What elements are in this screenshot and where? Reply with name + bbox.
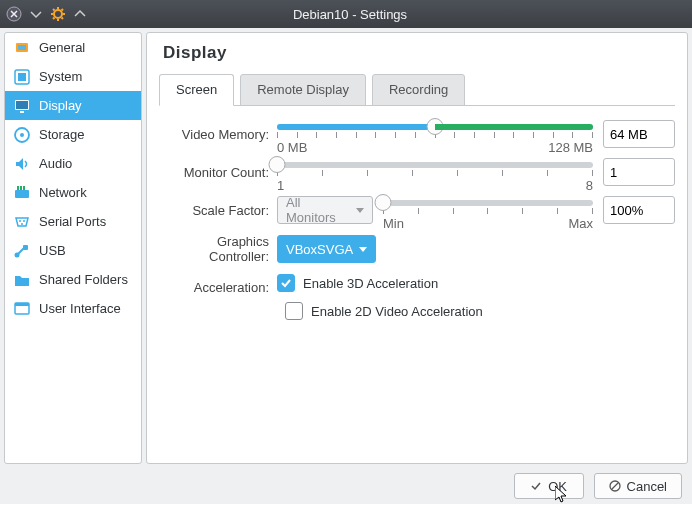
- video-memory-spinbox[interactable]: [603, 120, 675, 148]
- sidebar-item-label: Network: [39, 185, 87, 200]
- video-memory-slider[interactable]: 0 MB 128 MB: [277, 124, 593, 144]
- enable-3d-checkbox[interactable]: [277, 274, 295, 292]
- button-row: OK Cancel: [0, 468, 692, 504]
- sidebar-item-shared[interactable]: Shared Folders: [5, 265, 141, 294]
- scale-factor-slider[interactable]: Min Max: [383, 200, 593, 220]
- main-panel: Display Screen Remote Display Recording …: [146, 32, 688, 464]
- gear-icon[interactable]: [50, 6, 66, 22]
- acceleration-label: Acceleration:: [159, 280, 277, 295]
- usb-icon: [13, 242, 31, 260]
- sidebar-item-storage[interactable]: Storage: [5, 120, 141, 149]
- sidebar-item-label: System: [39, 69, 82, 84]
- svg-rect-22: [23, 186, 25, 190]
- svg-rect-27: [23, 245, 28, 250]
- svg-point-26: [15, 252, 20, 257]
- titlebar: Debian10 - Settings: [0, 0, 692, 28]
- sidebar-item-serial[interactable]: Serial Ports: [5, 207, 141, 236]
- scale-factor-max: Max: [568, 216, 593, 231]
- sidebar-item-general[interactable]: General: [5, 33, 141, 62]
- sidebar-item-label: USB: [39, 243, 66, 258]
- scale-factor-target-combo[interactable]: All Monitors: [277, 196, 373, 224]
- svg-point-1: [54, 10, 62, 18]
- scale-factor-min: Min: [383, 216, 404, 231]
- tab-remote-display[interactable]: Remote Display: [240, 74, 366, 106]
- window-title: Debian10 - Settings: [88, 7, 612, 22]
- graphics-controller-combo[interactable]: VBoxSVGA: [277, 235, 376, 263]
- cancel-label: Cancel: [627, 479, 667, 494]
- svg-rect-16: [20, 111, 24, 113]
- svg-rect-21: [20, 186, 22, 190]
- combo-value: VBoxSVGA: [286, 242, 353, 257]
- monitor-count-slider[interactable]: 1 8: [277, 162, 593, 182]
- svg-rect-19: [15, 190, 29, 198]
- folder-icon: [13, 271, 31, 289]
- monitor-count-label: Monitor Count:: [159, 165, 277, 180]
- scale-factor-spinbox[interactable]: [603, 196, 675, 224]
- svg-point-24: [23, 220, 25, 222]
- sidebar-item-label: User Interface: [39, 301, 121, 316]
- sidebar: General System Display Storage Audio Net…: [4, 32, 142, 464]
- general-icon: [13, 39, 31, 57]
- maximize-icon[interactable]: [72, 6, 88, 22]
- svg-line-6: [53, 9, 55, 11]
- ok-button[interactable]: OK: [514, 473, 584, 499]
- monitor-count-min: 1: [277, 178, 284, 193]
- interface-icon: [13, 300, 31, 318]
- sidebar-item-label: Audio: [39, 156, 72, 171]
- sidebar-item-ui[interactable]: User Interface: [5, 294, 141, 323]
- tab-recording[interactable]: Recording: [372, 74, 465, 106]
- close-icon[interactable]: [6, 6, 22, 22]
- storage-icon: [13, 126, 31, 144]
- sidebar-item-system[interactable]: System: [5, 62, 141, 91]
- sidebar-item-audio[interactable]: Audio: [5, 149, 141, 178]
- enable-3d-label: Enable 3D Acceleration: [303, 276, 438, 291]
- combo-value: All Monitors: [286, 195, 350, 225]
- monitor-count-max: 8: [586, 178, 593, 193]
- cancel-button[interactable]: Cancel: [594, 473, 682, 499]
- chevron-down-icon: [356, 208, 364, 213]
- serial-icon: [13, 213, 31, 231]
- system-icon: [13, 68, 31, 86]
- enable-2d-label: Enable 2D Video Acceleration: [311, 304, 483, 319]
- sidebar-item-label: Storage: [39, 127, 85, 142]
- svg-point-18: [20, 133, 24, 137]
- sidebar-item-label: Display: [39, 98, 82, 113]
- video-memory-max: 128 MB: [548, 140, 593, 155]
- svg-point-25: [21, 223, 23, 225]
- check-icon: [280, 277, 292, 289]
- scale-factor-label: Scale Factor:: [159, 203, 277, 218]
- svg-line-8: [53, 18, 55, 20]
- tabbar: Screen Remote Display Recording: [159, 73, 675, 106]
- network-icon: [13, 184, 31, 202]
- cancel-icon: [609, 480, 621, 492]
- video-memory-min: 0 MB: [277, 140, 307, 155]
- monitor-count-spinbox[interactable]: [603, 158, 675, 186]
- sidebar-item-label: Serial Ports: [39, 214, 106, 229]
- svg-rect-11: [18, 45, 26, 50]
- sidebar-item-label: Shared Folders: [39, 272, 128, 287]
- svg-rect-15: [16, 101, 28, 109]
- svg-rect-29: [15, 303, 29, 306]
- sidebar-item-usb[interactable]: USB: [5, 236, 141, 265]
- graphics-controller-label: Graphics Controller:: [159, 234, 277, 264]
- sidebar-item-display[interactable]: Display: [5, 91, 141, 120]
- svg-rect-20: [17, 186, 19, 190]
- display-icon: [13, 97, 31, 115]
- monitor-count-input[interactable]: [604, 165, 692, 180]
- tab-screen[interactable]: Screen: [159, 74, 234, 106]
- svg-line-31: [612, 483, 618, 489]
- check-icon: [530, 480, 542, 492]
- page-title: Display: [159, 43, 675, 63]
- audio-icon: [13, 155, 31, 173]
- enable-2d-checkbox[interactable]: [285, 302, 303, 320]
- svg-rect-13: [18, 73, 26, 81]
- svg-line-9: [62, 9, 64, 11]
- svg-line-7: [62, 18, 64, 20]
- minimize-icon[interactable]: [28, 6, 44, 22]
- scale-factor-input[interactable]: [604, 203, 692, 218]
- chevron-down-icon: [359, 247, 367, 252]
- video-memory-input[interactable]: [604, 127, 692, 142]
- svg-point-23: [19, 220, 21, 222]
- sidebar-item-network[interactable]: Network: [5, 178, 141, 207]
- sidebar-item-label: General: [39, 40, 85, 55]
